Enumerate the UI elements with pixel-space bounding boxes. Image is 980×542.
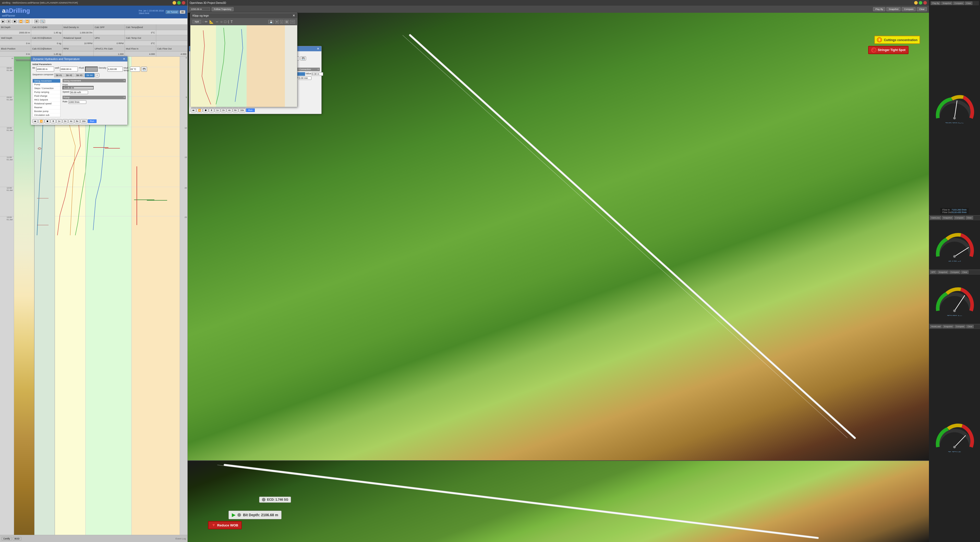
from-input-1[interactable] [62, 86, 94, 89]
klipp-dialog-title[interactable]: Klipp og tegn ✕ [191, 13, 297, 18]
seq-item-steps-conn-1[interactable]: Steps / Connection [33, 86, 60, 90]
pb-run-2[interactable]: Run [246, 108, 255, 112]
snapshot-btn-hl[interactable]: Snapshot [942, 325, 954, 328]
3d-close[interactable] [923, 1, 927, 5]
pb-first-2[interactable]: ⏮ [191, 108, 196, 112]
klipp-tool-6[interactable]: ⟨ [228, 20, 229, 24]
klipp-tool-4[interactable]: ○ [220, 20, 222, 24]
klipp-tool-3[interactable]: ↔ [215, 20, 219, 24]
pb-pause-2[interactable]: ⏸ [209, 108, 214, 112]
tab-str3-1[interactable]: Str #3 [75, 73, 84, 77]
dialog-1-close[interactable]: ✕ [123, 57, 125, 61]
compare-button[interactable]: Compare [902, 7, 916, 11]
certify-button[interactable]: Certify [2, 537, 12, 540]
save-params-button-2[interactable]: 💾 [300, 56, 306, 60]
minimize-button[interactable] [173, 1, 176, 5]
seq-item-pump-1[interactable]: Pump [33, 83, 60, 86]
play-button[interactable]: ▶ [1, 20, 5, 23]
3d-minimize[interactable] [914, 1, 918, 5]
seq-item-fluid-change-1[interactable]: Fluid change [33, 94, 60, 98]
klipp-tool-7[interactable]: T [231, 20, 233, 24]
view-borehole-button[interactable]: 3D [180, 10, 185, 14]
klipp-save[interactable]: 💾 [268, 20, 274, 24]
pb-first-1[interactable]: ⏮ [32, 119, 38, 123]
compare-btn-flow[interactable]: Compare [953, 2, 964, 5]
density-input-1[interactable] [107, 67, 123, 72]
dialog-hydraulics-1-title[interactable]: Dynamic Hydraulics and Temperature ✕ [31, 56, 127, 62]
snapshot-btn-spp[interactable]: Snapshot [937, 270, 948, 274]
fluid-input-1[interactable] [85, 67, 98, 72]
well-input-1[interactable] [60, 67, 78, 72]
view-2d-button[interactable]: 2D Tunnel [165, 10, 179, 14]
klipp-tool-5[interactable]: □ [224, 20, 226, 24]
pb-1x-1[interactable]: 1x [56, 119, 62, 123]
klipp-more[interactable]: ⋯ [290, 20, 295, 24]
klipp-nytt[interactable]: Nytt [192, 20, 201, 24]
tab-str1-1[interactable]: Str #1 [54, 73, 64, 77]
seq-item-circ-sub-1[interactable]: Circulation sub [33, 113, 60, 117]
stop-button[interactable]: ⏹ [12, 20, 17, 23]
sc-expand-2[interactable]: + [318, 68, 319, 71]
value-input-2[interactable]: 0.30 m [312, 72, 323, 76]
maximize-button[interactable] [177, 1, 181, 5]
hookload-btn[interactable]: HookLoad [930, 325, 942, 328]
save-params-button-1[interactable]: 💾 [141, 67, 147, 72]
play-by-button[interactable]: Play By [873, 7, 886, 11]
tab-str4-1[interactable]: Str #4 [85, 73, 94, 77]
settings-button[interactable]: ⚙ [34, 20, 39, 23]
close-button[interactable] [182, 1, 185, 5]
snapshot-btn-flow[interactable]: Snapshot [941, 2, 953, 5]
seq-item-booster-1[interactable]: Booster pump [33, 110, 60, 113]
pb-rewind-2[interactable]: ⏪ [197, 108, 202, 112]
clear-btn-spp[interactable]: Clear [961, 270, 969, 274]
pb-2x-1[interactable]: 2x [62, 119, 68, 123]
pause-button[interactable]: ⏸ [6, 20, 11, 23]
rate-input-1[interactable] [68, 100, 86, 104]
pb-pause-1[interactable]: ⏸ [51, 119, 56, 123]
compare-btn-hl[interactable]: Compare [955, 325, 966, 328]
interval-input-2[interactable]: 3.00 min [299, 76, 312, 80]
pb-16x-1[interactable]: 16x [80, 119, 87, 123]
klipp-tool-2[interactable]: 📐 [209, 20, 214, 24]
klipp-zoom-in[interactable]: + [275, 20, 279, 24]
pb-run-1[interactable]: Run [88, 119, 97, 123]
pb-stop-2[interactable]: ⏹ [203, 108, 208, 112]
seq-item-pump-ramping-1[interactable]: Pump ramping [33, 90, 60, 94]
seq-item-reamer-1[interactable]: Reamer [33, 106, 60, 110]
clear-btn-flow[interactable]: Clear [965, 2, 972, 5]
add-tab-button-1[interactable]: + [95, 73, 99, 77]
spp-btn[interactable]: SPP [930, 270, 937, 274]
pb-8x-1[interactable]: 8x [75, 119, 80, 123]
3d-maximize[interactable] [919, 1, 922, 5]
pb-16x-2[interactable]: 16x [239, 108, 246, 112]
rewind-button[interactable]: ⏪ [18, 20, 24, 23]
seq-item-string-movement-1[interactable]: String movement [33, 79, 60, 83]
mud-temp-input-1[interactable] [130, 67, 140, 72]
clear-button[interactable]: Clear [917, 7, 927, 11]
clear-btn-hl[interactable]: Clear [966, 325, 974, 328]
pump-expand-1[interactable]: + [124, 96, 125, 99]
seq-item-rot-speed-1[interactable]: Rotational speed [33, 102, 60, 106]
klipp-close[interactable]: ✕ [293, 14, 295, 17]
klipp-tool-1[interactable]: ✏ [205, 20, 208, 24]
dialog-2-close[interactable]: ✕ [317, 47, 319, 51]
pb-rewind-1[interactable]: ⏪ [38, 119, 44, 123]
expand-btn-1[interactable]: + [124, 79, 125, 82]
pb-2x-2[interactable]: 2x [221, 108, 226, 112]
pb-stop-1[interactable]: ⏹ [45, 119, 50, 123]
clear-btn-gl[interactable]: Clear [966, 216, 973, 219]
speed-input-1[interactable] [70, 91, 88, 94]
klipp-zoom-out[interactable]: - [280, 20, 283, 24]
klipp-fit[interactable]: ⊡ [285, 20, 289, 24]
snapshot-button[interactable]: Snapshot [886, 7, 900, 11]
snapshot-btn-gl[interactable]: Snapshot [942, 216, 953, 219]
pb-4x-2[interactable]: 4x [227, 108, 232, 112]
zoom-in-button[interactable]: 🔍 [40, 20, 45, 23]
pb-1x-2[interactable]: 1x [215, 108, 220, 112]
forward-button[interactable]: ⏩ [24, 20, 30, 23]
gainloss-btn[interactable]: GainLoss [930, 216, 941, 219]
bit-input-1[interactable] [36, 67, 54, 72]
compare-btn-spp[interactable]: Compare [949, 270, 960, 274]
play-by-btn-flow[interactable]: Play By [931, 2, 940, 5]
follow-trajectory-button[interactable]: Follow Trajectory [212, 7, 234, 11]
